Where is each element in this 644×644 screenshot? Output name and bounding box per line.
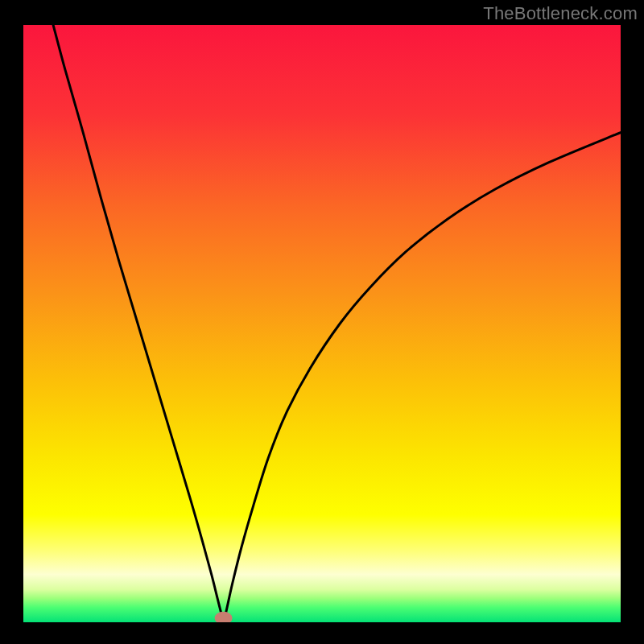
minimum-marker [215,612,233,622]
chart-frame: TheBottleneck.com [0,0,644,644]
watermark-text: TheBottleneck.com [483,3,638,24]
plot-area [23,25,621,622]
bottleneck-curve [23,25,621,622]
